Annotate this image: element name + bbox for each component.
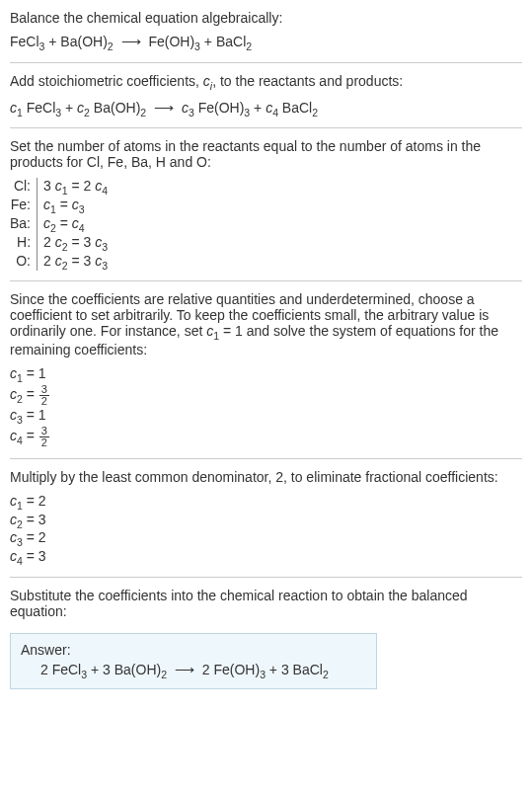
table-row: H: 2 c2 = 3 c3 [10,234,114,253]
atom-label: O: [10,253,38,272]
ans-s4: 2 [323,669,329,680]
mcoef-line-2: c2 = 3 [10,512,522,530]
e2s2: 2 [140,106,146,118]
c1c: c [10,100,17,116]
atoms-table: Cl: 3 c1 = 2 c4 Fe: c1 = c3 Ba: c2 = c4 … [10,178,114,271]
atom-label: Ba: [10,215,38,234]
ci-c: c [203,73,210,89]
eq1-baoh: + Ba(OH) [44,34,107,49]
table-row: O: 2 c2 = 3 c3 [10,253,114,272]
e2t1: FeCl [23,100,55,116]
mcoef-line-4: c4 = 3 [10,548,522,567]
eq1-bacl: + BaCl [200,34,246,49]
ce: = [23,386,38,402]
atom-label: Fe: [10,197,38,215]
stoich-text-b: , to the reactants and products: [212,73,403,89]
eq1-sub2: 2 [108,40,114,52]
r5c: c [55,253,62,269]
ce: = [23,428,38,443]
cc: c [10,365,17,381]
frac-num: 3 [39,426,49,437]
intro-line: Balance the chemical equation algebraica… [10,10,522,26]
coeff-intro: Since the coefficients are relative quan… [10,291,522,357]
atom-eq: 3 c1 = 2 c4 [38,178,114,197]
eq1-fecl: FeCl [10,34,39,49]
stoich-text-a: Add stoichiometric coefficients, [10,73,203,89]
atom-label: Cl: [10,178,38,197]
fraction: 32 [39,426,49,448]
fraction: 32 [39,384,49,407]
ce: = 3 [23,512,46,527]
l4eq: = 1 [219,323,243,339]
frac-den: 2 [39,437,49,448]
eq1-feoh: Fe(OH) [148,34,194,49]
cc: c [10,407,17,423]
ans-p2: + 3 BaCl [266,662,323,677]
mcoef-line-1: c1 = 2 [10,493,522,512]
divider [10,458,522,459]
arrow-icon: ⟶ [150,100,178,116]
lcd-intro: Multiply by the least common denominator… [10,469,522,485]
ce: = 2 [23,493,46,509]
r3c2: c [72,215,79,231]
r3c: c [43,215,50,231]
c3c: c [182,100,189,116]
coef-line-2: c2 = 32 [10,384,522,407]
r4c: c [55,234,62,250]
atom-eq: 2 c2 = 3 c3 [38,234,114,253]
r5p: 2 [43,253,55,269]
atom-label: H: [10,234,38,253]
r1p: 3 [43,178,55,194]
atom-eq: 2 c2 = 3 c3 [38,253,114,272]
eq1-sub4: 2 [246,40,252,52]
divider [10,577,522,578]
ce: = 2 [23,529,46,545]
r2c: c [43,197,50,212]
intro-text: Balance the chemical equation algebraica… [10,10,282,26]
r4p: 2 [43,234,55,250]
r1eq: = 2 [68,178,96,194]
answer-label: Answer: [21,642,366,658]
stoich-line: Add stoichiometric coefficients, ci, to … [10,73,522,92]
table-row: Cl: 3 c1 = 2 c4 [10,178,114,197]
coef-line-3: c3 = 1 [10,407,522,426]
e2t3: Fe(OH) [194,100,245,116]
mcoef-line-3: c3 = 2 [10,529,522,548]
table-row: Ba: c2 = c4 [10,215,114,234]
divider [10,127,522,128]
arrow-icon: ⟶ [171,662,198,677]
e2t4: BaCl [278,100,312,116]
r1c: c [55,178,62,194]
equation-1: FeCl3 + Ba(OH)2 ⟶ Fe(OH)3 + BaCl2 [10,34,522,52]
cc: c [10,386,17,402]
ce: = 3 [23,548,46,564]
ans-s2: 2 [161,669,167,680]
cc: c [10,512,17,527]
divider [10,62,522,63]
ans-t1: 2 FeCl [40,662,81,677]
r1s2: 4 [102,185,108,197]
ans-t2: 2 Fe(OH) [202,662,260,677]
r3s2: 4 [79,222,85,234]
r5eq: = 3 [68,253,96,269]
e2p2: + [250,100,266,116]
r5s2: 3 [102,259,108,271]
atom-eq: c1 = c3 [38,197,114,215]
e2t2: Ba(OH) [90,100,140,116]
ce: = 1 [23,407,46,423]
divider [10,280,522,281]
answer-content: 2 FeCl3 + 3 Ba(OH)2 ⟶ 2 Fe(OH)3 + 3 BaCl… [21,662,366,680]
r2s2: 3 [79,203,85,215]
sub-intro: Substitute the coefficients into the che… [10,588,522,619]
cc: c [10,493,17,509]
atom-eq: c2 = c4 [38,215,114,234]
frac-den: 2 [39,396,49,407]
atoms-intro: Set the number of atoms in the reactants… [10,138,522,170]
cc: c [10,428,17,443]
r2c2: c [72,197,79,212]
coef-line-4: c4 = 32 [10,426,522,448]
ce: = 1 [23,365,46,381]
coef-line-1: c1 = 1 [10,365,522,384]
equation-2: c1 FeCl3 + c2 Ba(OH)2 ⟶ c3 Fe(OH)3 + c4 … [10,100,522,119]
arrow-icon: ⟶ [117,34,145,49]
